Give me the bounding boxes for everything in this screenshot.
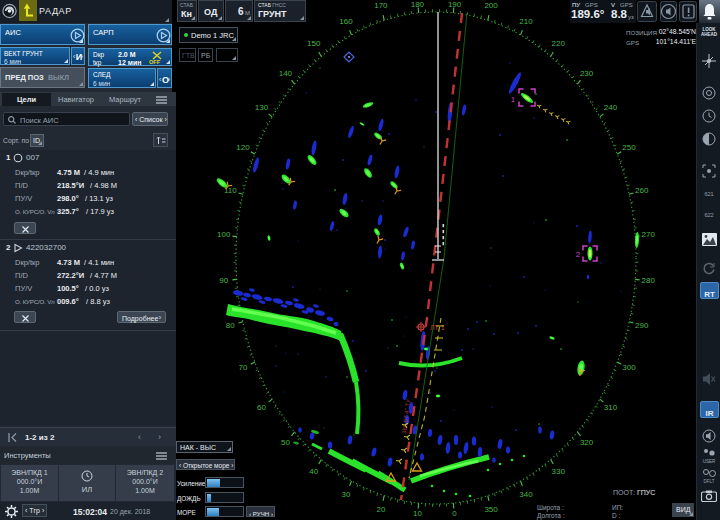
svg-text:260: 260 — [635, 186, 649, 195]
svg-text:150: 150 — [307, 39, 321, 48]
svg-text:380 97.4° ТУ: 380 97.4° ТУ — [401, 399, 411, 435]
svg-text:270: 270 — [642, 230, 656, 239]
svg-text:0: 0 — [452, 509, 457, 518]
svg-text:350: 350 — [484, 505, 498, 514]
svg-text:130: 130 — [255, 103, 269, 112]
svg-text:240: 240 — [604, 103, 618, 112]
svg-text:340: 340 — [519, 490, 533, 499]
svg-text:30: 30 — [342, 490, 351, 499]
svg-text:280: 280 — [642, 276, 656, 285]
svg-text:50: 50 — [281, 438, 290, 447]
svg-text:310: 310 — [604, 403, 618, 412]
svg-text:300: 300 — [622, 363, 636, 372]
svg-text:40: 40 — [309, 467, 318, 476]
svg-text:90: 90 — [219, 276, 228, 285]
svg-text:320: 320 — [580, 438, 594, 447]
svg-text:330: 330 — [552, 467, 566, 476]
svg-text:230: 230 — [580, 69, 594, 78]
svg-text:60: 60 — [257, 403, 266, 412]
svg-text:20: 20 — [376, 505, 385, 514]
svg-text:250: 250 — [622, 143, 636, 152]
svg-text:2: 2 — [576, 250, 581, 259]
svg-text:10: 10 — [413, 509, 422, 518]
svg-text:ЛТ 1: ЛТ 1 — [430, 324, 445, 331]
svg-text:290: 290 — [635, 321, 649, 330]
svg-text:1: 1 — [511, 95, 516, 104]
svg-text:100: 100 — [217, 230, 231, 239]
svg-text:80: 80 — [226, 321, 235, 330]
svg-text:70: 70 — [239, 363, 248, 372]
svg-text:140: 140 — [279, 69, 293, 78]
svg-text:220: 220 — [552, 39, 566, 48]
svg-text:120: 120 — [236, 143, 250, 152]
